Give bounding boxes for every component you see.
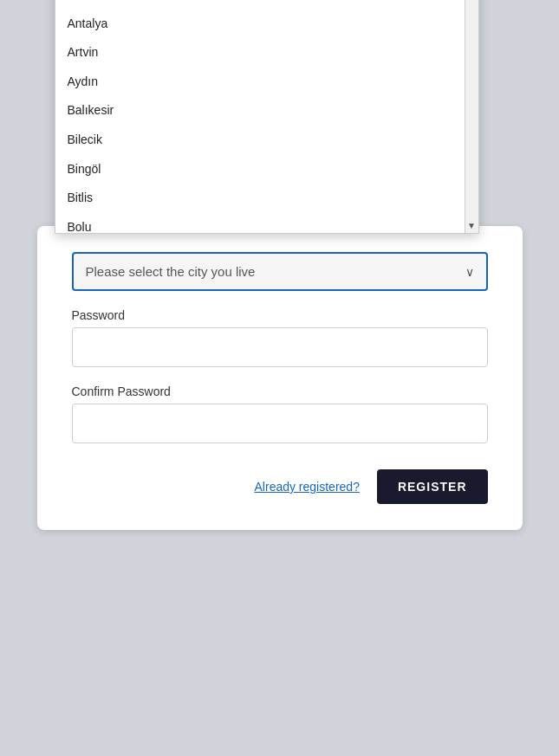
dropdown-scroll-container: AdanaAdıyamanAfyonkarahisarAğrıAmasyaAnk… bbox=[55, 0, 478, 233]
city-list-item[interactable]: Bolu bbox=[55, 213, 465, 233]
city-list-item[interactable]: Bingöl bbox=[55, 155, 465, 184]
bottom-row: Already registered? REGISTER bbox=[72, 469, 488, 504]
city-list-item[interactable]: Ankara bbox=[55, 0, 465, 10]
chevron-down-icon: ∨ bbox=[465, 265, 474, 279]
city-list-item[interactable]: Aydın bbox=[55, 68, 465, 97]
scrollbar-down-arrow[interactable]: ▼ bbox=[465, 219, 478, 233]
city-dropdown-overlay: Please select the city you live AdanaAdı… bbox=[55, 0, 479, 234]
city-list-item[interactable]: Antalya bbox=[55, 10, 465, 39]
city-list-item[interactable]: Artvin bbox=[55, 38, 465, 68]
city-select-placeholder: Please select the city you live bbox=[86, 264, 256, 279]
password-field-group: Password bbox=[72, 308, 488, 384]
already-registered-button[interactable]: Already registered? bbox=[255, 480, 360, 494]
city-list-item[interactable]: Balıkesir bbox=[55, 96, 465, 126]
city-list-item[interactable]: Bilecik bbox=[55, 126, 465, 155]
register-button[interactable]: REGISTER bbox=[377, 469, 488, 504]
confirm-password-input[interactable] bbox=[72, 404, 488, 443]
city-list-item[interactable]: Bitlis bbox=[55, 184, 465, 213]
scrollbar[interactable]: ▲ ▼ bbox=[465, 0, 478, 233]
city-list[interactable]: AdanaAdıyamanAfyonkarahisarAğrıAmasyaAnk… bbox=[55, 0, 465, 233]
registration-card: Please select the city you live AdanaAdı… bbox=[37, 226, 523, 530]
confirm-password-field-group: Confirm Password bbox=[72, 384, 488, 461]
confirm-password-label: Confirm Password bbox=[72, 384, 488, 398]
password-label: Password bbox=[72, 308, 488, 322]
password-input[interactable] bbox=[72, 327, 488, 367]
city-select-trigger[interactable]: Please select the city you live ∨ bbox=[72, 252, 488, 291]
